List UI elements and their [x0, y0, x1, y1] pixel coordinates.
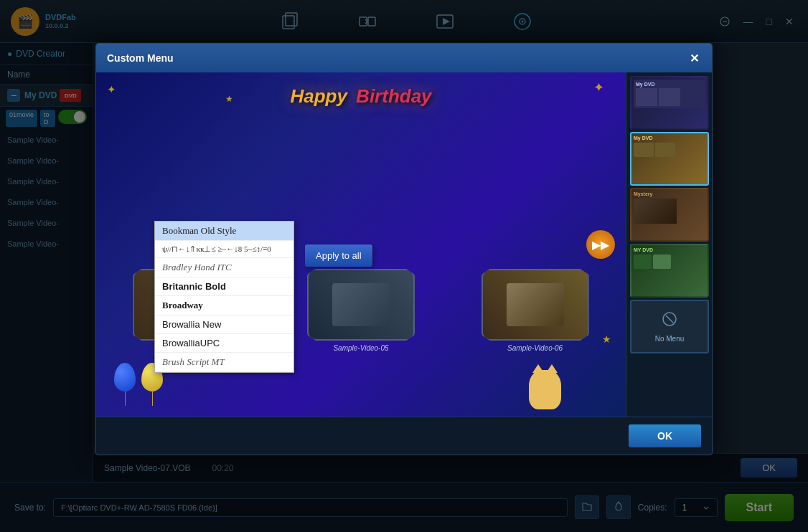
thumb-wrapper-2: Sample-Video-05	[307, 269, 415, 352]
no-menu-thumb[interactable]: No Menu	[630, 300, 709, 353]
modal-close-btn[interactable]: ✕	[687, 51, 701, 65]
font-option-brush[interactable]: Brush Script MT	[155, 353, 293, 372]
font-option-symbols[interactable]: ψ//⊓←↓⇑ĸĸ⊥≤ ≥~←↓8 5~≤↕/≡0	[155, 241, 293, 258]
font-option-browallian[interactable]: Browallia New	[155, 315, 293, 334]
svg-line-12	[666, 315, 673, 323]
font-option-bradley[interactable]: Bradley Hand ITC	[155, 258, 293, 277]
template-thumb-2[interactable]: My DVD	[630, 132, 709, 186]
next-arrow[interactable]: ▶▶	[586, 230, 615, 259]
modal-footer: OK	[96, 417, 712, 455]
apply-to-all-button[interactable]: Apply to all	[305, 244, 372, 267]
cat-decoration	[529, 370, 561, 409]
font-dropdown-popup: Bookman Old Style ψ//⊓←↓⇑ĸĸ⊥≤ ≥~←↓8 5~≤↕…	[154, 221, 294, 373]
font-option-britannic[interactable]: Britannic Bold	[155, 277, 293, 296]
no-menu-label: No Menu	[655, 335, 685, 343]
template-sidebar: My DVD My DVD	[626, 72, 712, 417]
thumb-wrapper-3: Sample-Video-06	[481, 269, 589, 352]
font-option-bookman[interactable]: Bookman Old Style	[155, 222, 293, 241]
modal-ok-button[interactable]: OK	[629, 424, 701, 447]
modal-overlay: Custom Menu ✕ Happy Birthday ✦ ★ ✦	[0, 0, 808, 532]
modal-header: Custom Menu ✕	[96, 44, 712, 72]
preview-birthday-text: Happy Birthday	[290, 85, 431, 108]
thumb-3	[481, 269, 589, 341]
thumb-2	[307, 269, 415, 341]
balloon-blue	[114, 363, 136, 391]
template-thumb-1[interactable]: My DVD	[630, 76, 709, 130]
no-menu-icon	[661, 310, 678, 331]
modal-title: Custom Menu	[107, 52, 174, 64]
template-thumb-4[interactable]: MY DVD	[630, 244, 709, 298]
font-option-broadway[interactable]: Broadway	[155, 296, 293, 315]
template-thumb-3[interactable]: Mystery	[630, 188, 709, 242]
font-option-browalliaUPC[interactable]: BrowalliaUPC	[155, 334, 293, 353]
